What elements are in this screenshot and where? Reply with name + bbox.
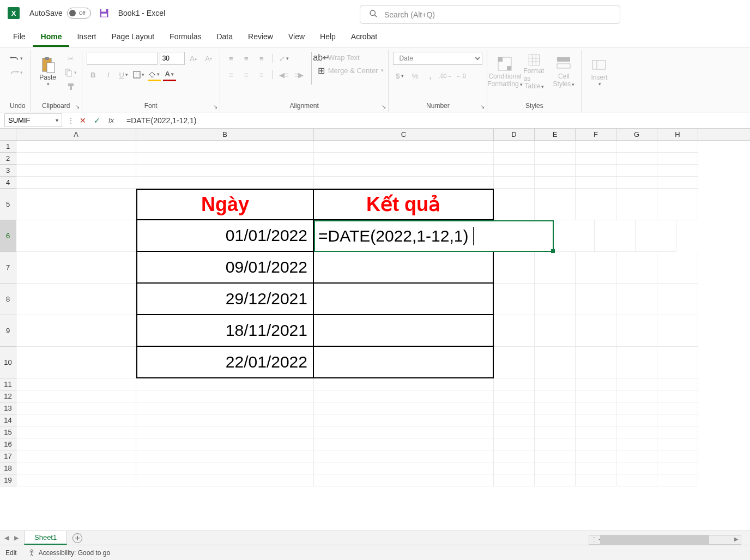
cell[interactable] [535, 141, 576, 153]
cell[interactable] [576, 402, 616, 414]
cell[interactable] [16, 141, 136, 153]
cell[interactable] [616, 153, 657, 165]
cell[interactable] [616, 414, 657, 426]
cell[interactable] [136, 414, 314, 426]
cell[interactable] [535, 189, 576, 220]
cell[interactable] [657, 474, 698, 486]
cell[interactable] [314, 378, 494, 390]
tab-file[interactable]: File [5, 28, 33, 47]
tab-formulas[interactable]: Formulas [162, 28, 209, 47]
cell[interactable] [136, 177, 314, 189]
select-all-corner[interactable] [0, 129, 16, 140]
cell[interactable] [314, 450, 494, 462]
cell[interactable] [494, 177, 535, 189]
cell[interactable] [657, 414, 698, 426]
cell[interactable] [16, 165, 136, 177]
status-accessibility[interactable]: Accessibility: Good to go [28, 549, 110, 557]
format-painter-button[interactable] [64, 80, 77, 93]
cell[interactable] [16, 284, 136, 315]
tab-review[interactable]: Review [240, 28, 281, 47]
cell[interactable] [535, 378, 576, 390]
row-header[interactable]: 10 [0, 347, 16, 378]
cell[interactable] [494, 474, 535, 486]
cell[interactable] [576, 390, 616, 402]
cell[interactable] [657, 141, 698, 153]
increase-decimal-button[interactable]: .00→ [439, 69, 452, 82]
cell-C10[interactable] [314, 347, 494, 378]
cell[interactable] [657, 390, 698, 402]
conditional-formatting-button[interactable]: Conditional Formatting▾ [492, 52, 518, 91]
cell[interactable] [494, 347, 535, 378]
cell[interactable] [535, 462, 576, 474]
cell[interactable] [494, 438, 535, 450]
col-header-E[interactable]: E [535, 129, 576, 140]
cell[interactable] [657, 402, 698, 414]
paste-button[interactable]: Paste ▾ [35, 52, 61, 91]
number-format-dropdown[interactable]: Date [393, 52, 482, 65]
cell[interactable] [535, 414, 576, 426]
cell[interactable] [314, 414, 494, 426]
orientation-button[interactable]: ⤢▾ [277, 52, 291, 65]
cell[interactable] [535, 284, 576, 315]
cell[interactable] [16, 220, 136, 252]
row-header[interactable]: 16 [0, 438, 16, 450]
cell[interactable] [494, 284, 535, 315]
alignment-dialog-launcher[interactable]: ↘ [382, 104, 386, 110]
col-header-B[interactable]: B [136, 129, 314, 140]
italic-button[interactable]: I [102, 68, 115, 81]
cell[interactable] [616, 462, 657, 474]
percent-button[interactable]: % [408, 69, 421, 82]
cell[interactable] [657, 177, 698, 189]
cell[interactable] [657, 450, 698, 462]
cell[interactable] [535, 450, 576, 462]
cell[interactable] [616, 426, 657, 438]
cell[interactable] [616, 347, 657, 378]
cell[interactable] [16, 390, 136, 402]
cell[interactable] [576, 284, 616, 315]
cell[interactable] [494, 153, 535, 165]
cell[interactable] [494, 252, 535, 284]
tab-help[interactable]: Help [312, 28, 343, 47]
cell[interactable] [616, 315, 657, 347]
cell[interactable] [16, 402, 136, 414]
cell[interactable] [314, 141, 494, 153]
row-header[interactable]: 19 [0, 474, 16, 486]
cell[interactable] [136, 141, 314, 153]
row-header[interactable]: 18 [0, 462, 16, 474]
cell[interactable] [576, 315, 616, 347]
comma-button[interactable]: , [424, 69, 437, 82]
cell[interactable] [616, 284, 657, 315]
cell[interactable] [535, 426, 576, 438]
row-header[interactable]: 8 [0, 284, 16, 315]
cell[interactable] [576, 438, 616, 450]
cell[interactable] [16, 378, 136, 390]
row-header[interactable]: 7 [0, 252, 16, 284]
horizontal-scrollbar[interactable]: ⋮ ◀ ▶ [589, 535, 741, 545]
cell[interactable] [16, 462, 136, 474]
cell[interactable] [657, 189, 698, 220]
cell[interactable] [616, 390, 657, 402]
name-box[interactable]: SUMIF ▾ [4, 113, 62, 127]
cell[interactable] [494, 378, 535, 390]
cell-C5[interactable]: Kết quả [314, 189, 494, 220]
cell[interactable] [494, 165, 535, 177]
col-header-F[interactable]: F [576, 129, 616, 140]
tab-insert[interactable]: Insert [69, 28, 104, 47]
increase-font-button[interactable]: A▴ [187, 52, 200, 65]
fill-handle[interactable] [551, 249, 555, 253]
merge-center-button[interactable]: ⊞ Merge & Center ▾ [317, 66, 384, 75]
col-header-D[interactable]: D [494, 129, 535, 140]
cell[interactable] [657, 153, 698, 165]
cell[interactable] [494, 189, 535, 220]
bold-button[interactable]: B [87, 68, 100, 81]
cell[interactable] [16, 438, 136, 450]
cell[interactable] [616, 252, 657, 284]
cell[interactable] [657, 284, 698, 315]
cell[interactable] [657, 315, 698, 347]
cell[interactable] [16, 315, 136, 347]
cell-C6-editing[interactable]: =DATE(2022,1-12,1) [314, 220, 554, 252]
sheet-nav-next[interactable]: ▶ [14, 534, 19, 541]
row-header[interactable]: 11 [0, 378, 16, 390]
cell[interactable] [136, 474, 314, 486]
cell[interactable] [535, 177, 576, 189]
